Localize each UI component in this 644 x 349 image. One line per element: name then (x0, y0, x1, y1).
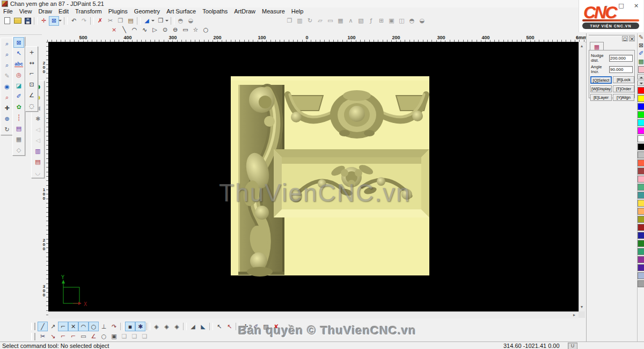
menu-transform[interactable]: Transform (72, 8, 105, 14)
delete-icon[interactable]: ✗ (95, 16, 105, 26)
menu-plugins[interactable]: Plugins (105, 8, 131, 14)
measure-bar-icon[interactable]: ┆ (13, 112, 24, 123)
iso-view-3-icon[interactable]: ◈ (172, 322, 182, 331)
color-swatch-1[interactable] (638, 95, 644, 102)
text-tool-icon[interactable]: abc (13, 59, 24, 69)
paste-icon[interactable]: ▤ (126, 16, 136, 26)
color-swatch-15[interactable] (638, 208, 644, 215)
node-edit-icon[interactable]: ↖ (13, 48, 24, 59)
color-swatch-9[interactable] (638, 159, 644, 166)
zoom-in-tool-icon[interactable]: ⌕ (2, 49, 12, 60)
zoom-all-icon[interactable]: ⊕ (2, 113, 12, 124)
color-swatch-4[interactable] (638, 119, 644, 126)
wing-shape-icon[interactable]: ◇ (13, 144, 24, 155)
new-icon[interactable] (2, 16, 12, 26)
panel-button-qselect[interactable]: [Q]Select (590, 76, 612, 84)
color-swatch-5[interactable] (638, 127, 644, 134)
shield-icon[interactable]: ◒ (186, 16, 196, 26)
refresh-view-icon[interactable]: ↻ (2, 124, 12, 135)
menu-draw[interactable]: Draw (35, 8, 55, 14)
snap-tangent-icon[interactable]: ↷ (109, 322, 119, 331)
curve-icon[interactable]: ∿ (140, 25, 150, 35)
shield-full-icon[interactable]: ◒ (417, 16, 427, 26)
brush-edit-icon[interactable]: ✐ (13, 91, 24, 101)
rectangle-icon[interactable]: ▭ (180, 25, 191, 35)
canvas[interactable]: Y X ThuVienCNC.vn (48, 42, 579, 311)
blob-tool-icon[interactable]: ✿ (13, 101, 24, 112)
horizontal-scrollbar[interactable]: ▸ (48, 311, 579, 318)
line-icon[interactable]: ╲ (119, 25, 129, 35)
color-swatch-23[interactable] (638, 272, 644, 279)
grid-display-icon[interactable]: ▦ (13, 134, 24, 144)
pick-delete-icon[interactable]: ↖ (224, 322, 235, 331)
chamfer-icon[interactable]: ∠ (89, 332, 99, 341)
step-line-icon[interactable]: ⌐ (26, 68, 37, 79)
open-icon[interactable] (12, 16, 23, 26)
mirror-icon[interactable]: ▧ (356, 16, 366, 26)
angle-measure-icon[interactable]: ∠ (26, 90, 37, 100)
pen-tool-icon[interactable]: ✎ (638, 33, 644, 41)
panel-restore-button[interactable]: ▫ (622, 36, 628, 41)
image-frame-icon[interactable]: ▣ (109, 332, 119, 341)
panel-button-elayer[interactable]: [E]Layer (590, 94, 612, 101)
snap-grid-icon[interactable]: ▪ (125, 322, 135, 331)
prev-arrow-icon[interactable]: ◁ (33, 124, 43, 135)
ground-plane-alt-icon[interactable]: ◣ (198, 322, 208, 331)
panel-button-wdisplay[interactable]: [W]Display (590, 85, 612, 92)
arc-icon[interactable]: ◠ (129, 25, 140, 35)
palette-scroll-down-button[interactable] (638, 81, 644, 86)
paste-special-3-icon[interactable]: ❏ (140, 332, 150, 341)
plus-point-icon[interactable]: + (26, 47, 37, 57)
toolbar-grip[interactable] (31, 333, 35, 340)
paste-special-1-icon[interactable]: ❏ (119, 332, 129, 341)
target-circle-icon[interactable]: ◎ (13, 69, 24, 80)
rotate-copy-icon[interactable]: ↻ (305, 16, 315, 26)
ungroup-icon[interactable]: ◫ (397, 16, 407, 26)
palette-scroll-up-button[interactable] (638, 74, 644, 79)
ground-plane-icon[interactable]: ◢ (188, 322, 198, 331)
eraser-tool-icon[interactable]: ◪ (13, 80, 24, 91)
ellipse-icon[interactable]: ⊖ (170, 25, 180, 35)
menu-art-surface[interactable]: Art Surface (163, 8, 199, 14)
menu-geometry[interactable]: Geometry (131, 8, 163, 14)
undo-icon[interactable]: ↶ (69, 16, 79, 26)
angle-incr-input[interactable] (609, 66, 633, 73)
offset-ellipse-icon[interactable]: ○ (99, 332, 109, 341)
panel-button-torder[interactable]: [T]Order (613, 85, 634, 92)
select-tool-icon[interactable]: ⊠ (13, 37, 24, 48)
color-swatch-20[interactable] (638, 248, 644, 255)
list-lines-icon[interactable]: ▤ (33, 156, 43, 167)
grid-array-icon[interactable]: ▦ (335, 16, 346, 26)
snap-arc-icon[interactable]: ◠ (78, 322, 89, 331)
move-crosshair-icon[interactable]: ✛ (39, 16, 49, 26)
snap-free-icon[interactable]: ╱ (38, 322, 48, 331)
color-swatch-0[interactable] (638, 87, 644, 94)
menu-file[interactable]: File (0, 8, 16, 14)
circle-icon[interactable]: ○ (201, 25, 211, 35)
menu-edit[interactable]: Edit (55, 8, 72, 14)
color-swatch-12[interactable] (638, 184, 644, 191)
polygon-icon[interactable]: ▷ (150, 25, 160, 35)
shield-half-icon[interactable]: ◓ (407, 16, 417, 26)
copy-icon[interactable]: ❐ (115, 16, 126, 26)
art-surface-icon[interactable]: ◢ (142, 16, 152, 26)
angle-array-icon[interactable]: ∧ (346, 16, 356, 26)
next-arrow-icon[interactable]: ◁ (33, 135, 43, 146)
panel-button-yalign[interactable]: [Y]Align (613, 94, 634, 101)
texture-tool-icon[interactable]: ▩ (638, 57, 644, 66)
color-swatch-17[interactable] (638, 224, 644, 231)
scroll-up-icon[interactable]: ▴ (581, 44, 583, 48)
zoom-window-icon[interactable]: ⌕ (2, 38, 12, 49)
menu-view[interactable]: View (16, 8, 35, 14)
panel-close-button[interactable]: × (629, 36, 635, 41)
trim-icon[interactable]: ✂ (38, 332, 48, 341)
nudge-dist-input[interactable] (609, 55, 633, 62)
pencil-tool-icon[interactable]: ✎ (2, 70, 12, 81)
region-select-icon[interactable]: ⊠ (638, 41, 644, 49)
color-swatch-2[interactable] (638, 103, 644, 110)
color-swatch-6[interactable] (638, 135, 644, 142)
color-swatch-7[interactable] (638, 143, 644, 150)
pan-tool-icon[interactable]: ✚ (2, 103, 12, 113)
color-swatch-19[interactable] (638, 240, 644, 247)
brush-tool-icon[interactable]: ✐ (638, 49, 644, 57)
